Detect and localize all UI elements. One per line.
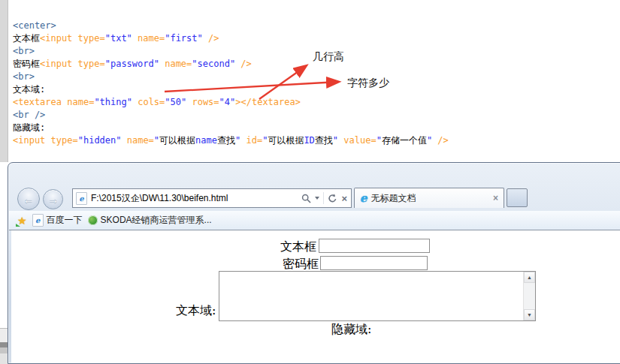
code-token: " [333,135,338,146]
scroll-up-button[interactable]: ▲ [524,272,535,283]
hidden-field-label: 隐藏域: [331,322,371,338]
background-window-strip [0,328,8,343]
code-token: /> [235,59,252,69]
code-token: rows= [186,97,219,107]
code-token: <br /> [13,110,45,120]
search-dropdown-icon[interactable] [315,197,319,200]
scroll-down-button[interactable]: ▼ [524,309,535,320]
code-token: "password" [105,59,159,69]
code-token: ID [304,135,314,146]
favorites-star-icon[interactable]: ★ [17,215,27,226]
ie-logo-icon: e [360,193,367,204]
textarea-label: 文本域: [176,303,216,319]
code-line: 文本框<input type="txt" name="first" /> [13,32,449,45]
background-window-strip [0,347,8,353]
refresh-icon[interactable] [328,194,337,203]
code-token: <textarea name= [13,97,94,107]
editor-gutter [0,0,8,162]
code-token: id= [240,135,262,146]
code-token: /> [432,135,449,146]
address-bar-icons: × [301,192,347,204]
code-token: " [154,135,159,146]
code-token: 查找 [315,135,333,146]
code-line: <br /> [13,109,449,122]
triangle-down-icon: ▼ [527,312,532,317]
code-token: 可以根据 [159,135,195,146]
code-token: name= [132,33,165,44]
page-content: 文本框 密码框 文本域: ▲ ▼ 隐藏域: [11,230,620,363]
code-token: <br> [13,46,35,56]
code-token: "hidden" [78,135,122,146]
code-token: cols= [132,97,165,107]
triangle-up-icon: ▲ [527,275,532,280]
code-line: 密码框<input type="password" name="second" … [13,58,449,71]
password-field-label: 密码框 [283,257,319,272]
background-window-strip [0,342,8,347]
ie-page-icon: e [32,214,44,227]
search-icon[interactable] [301,194,311,203]
back-button[interactable]: ← [17,188,40,210]
divider [323,192,324,204]
code-token: <center> [13,20,56,31]
code-token: 存储一个值 [382,135,427,146]
textarea-field[interactable]: ▲ ▼ [219,271,536,321]
code-token: 密码框 [13,59,40,69]
browser-tab[interactable]: e 无标题文档 × [354,188,504,208]
code-token: 文本框 [13,33,40,44]
code-token: <input type= [40,59,105,69]
code-token: <br> [13,71,35,82]
code-token: <input type= [40,33,105,44]
ie-page-icon: e [76,192,87,205]
forward-button[interactable]: → [43,189,63,209]
code-token: name [195,135,217,146]
new-tab-button[interactable] [507,188,528,207]
favorites-bar: ★ e 百度一下 SKODA经销商运营管理系... [9,211,620,230]
address-url[interactable]: F:\2015汉企\DW\11.30\beifen.html [91,192,298,205]
favorite-item-baidu[interactable]: e 百度一下 [32,214,83,227]
background-window-strip [0,353,8,364]
favorite-label: 百度一下 [47,214,83,227]
code-token: " [377,135,382,146]
code-line: <br> [13,45,449,58]
text-field-label: 文本框 [280,239,316,255]
tab-close-icon[interactable]: × [493,193,498,203]
code-token: ></textarea> [235,97,301,107]
code-token: "50" [165,97,186,107]
back-arrow-icon: ← [23,194,35,205]
favorite-item-skoda[interactable]: SKODA经销商运营管理系... [88,214,212,227]
code-token: name= [159,59,192,69]
text-field[interactable] [319,239,430,253]
tab-title: 无标题文档 [371,192,416,205]
code-token: "thing" [94,97,132,107]
code-token: <input type= [13,135,78,146]
textarea-scrollbar[interactable]: ▲ ▼ [523,272,535,320]
code-token: 隐藏域: [13,122,45,133]
annotation-cols-label: 字符多少 [347,77,389,90]
code-token: 文本域: [13,84,45,95]
browser-window: ← → e F:\2015汉企\DW\11.30\beifen.html [8,162,620,364]
code-token: value= [338,135,377,146]
code-line: <center> [13,20,449,32]
code-token: 可以根据 [268,135,304,146]
code-token: 查找 [217,135,235,146]
skoda-logo-icon [88,215,98,225]
code-token: "first" [165,33,203,44]
code-token: /> [203,33,219,44]
screenshot-root: <center>文本框<input type="txt" name="first… [0,0,620,364]
code-token: name= [122,135,154,146]
favorite-label: SKODA经销商运营管理系... [101,214,212,227]
code-line: 隐藏域: [13,122,449,134]
code-token: "txt" [105,33,132,44]
stop-icon[interactable]: × [341,194,347,203]
address-bar[interactable]: e F:\2015汉企\DW\11.30\beifen.html × [72,188,352,208]
annotation-rows-label: 几行高 [313,50,344,64]
navigation-bar: ← → e F:\2015汉企\DW\11.30\beifen.html [8,187,620,211]
forward-arrow-icon: → [47,194,59,205]
password-field[interactable] [320,256,428,270]
code-line: <textarea name="thing" cols="50" rows="4… [13,96,449,109]
code-token: "second" [192,59,235,69]
code-token: "4" [219,97,236,107]
code-line: <input type="hidden" name="可以根据name查找" i… [13,134,449,147]
